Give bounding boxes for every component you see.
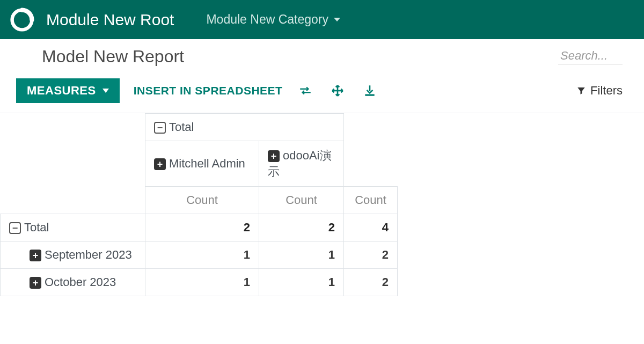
table-row: −Total 2 2 4 [1, 214, 398, 241]
count-header-0: Count [145, 187, 259, 214]
filters-label: Filters [590, 84, 623, 98]
cell-value[interactable]: 1 [145, 241, 259, 269]
plus-icon[interactable]: + [268, 150, 280, 162]
table-row: +September 2023 1 1 2 [1, 241, 398, 269]
pivot-body: −Total 2 2 4 +September 2023 1 1 2 +Octo… [1, 214, 398, 296]
pivot-blank [344, 141, 398, 187]
measures-label: MEASURES [27, 84, 96, 98]
col-header-total[interactable]: −Total [145, 114, 344, 141]
count-header-1: Count [259, 187, 344, 214]
pivot-blank [1, 187, 145, 214]
cell-value[interactable]: 2 [259, 214, 344, 241]
pivot-table-wrap: −Total +Mitchell Admin +odooAi演示 Count C… [0, 113, 644, 296]
cell-value[interactable]: 1 [259, 269, 344, 296]
caret-down-icon [103, 89, 109, 93]
header-row: Model New Report [0, 39, 644, 67]
plus-icon[interactable]: + [154, 158, 166, 170]
nav-menu-category[interactable]: Module New Category [206, 12, 340, 27]
caret-down-icon [334, 18, 340, 21]
minus-icon[interactable]: − [9, 222, 21, 234]
cell-value[interactable]: 1 [259, 241, 344, 269]
expand-all-icon[interactable] [331, 84, 345, 98]
pivot-table: −Total +Mitchell Admin +odooAi演示 Count C… [0, 113, 398, 296]
count-header-total: Count [344, 187, 398, 214]
measures-button[interactable]: MEASURES [16, 78, 120, 103]
search-wrap [558, 47, 623, 64]
row-label: Total [24, 221, 49, 234]
row-header-month[interactable]: +September 2023 [1, 241, 145, 269]
col-header-total-label: Total [169, 120, 194, 134]
page-title: Model New Report [42, 47, 184, 67]
pivot-blank [344, 114, 398, 141]
filters-button[interactable]: Filters [576, 84, 623, 98]
flip-axis-icon[interactable] [298, 84, 312, 98]
cell-value[interactable]: 2 [145, 214, 259, 241]
row-header-total[interactable]: −Total [1, 214, 145, 241]
cell-value[interactable]: 4 [344, 214, 398, 241]
toolbar-icon-group [298, 84, 377, 98]
toolbar: MEASURES INSERT IN SPREADSHEET Filters [0, 67, 644, 113]
cell-value[interactable]: 2 [344, 269, 398, 296]
pivot-blank [1, 141, 145, 187]
cell-value[interactable]: 2 [344, 241, 398, 269]
minus-icon[interactable]: − [154, 122, 166, 134]
plus-icon[interactable]: + [30, 277, 41, 289]
filter-icon [576, 86, 586, 96]
row-label: September 2023 [45, 248, 132, 261]
col-header-group-0[interactable]: +Mitchell Admin [145, 141, 259, 187]
nav-menu-label: Module New Category [206, 12, 328, 27]
row-header-month[interactable]: +October 2023 [1, 269, 145, 296]
col-header-group-0-label: Mitchell Admin [169, 157, 245, 170]
download-icon[interactable] [363, 84, 377, 98]
col-header-group-1[interactable]: +odooAi演示 [259, 141, 344, 187]
table-row: +October 2023 1 1 2 [1, 269, 398, 296]
svg-rect-1 [365, 94, 375, 96]
app-logo-icon[interactable] [10, 8, 34, 32]
row-label: October 2023 [45, 275, 116, 289]
insert-spreadsheet-button[interactable]: INSERT IN SPREADSHEET [134, 84, 283, 97]
cell-value[interactable]: 1 [145, 269, 259, 296]
pivot-corner-blank [1, 114, 145, 141]
top-navbar: Module New Root Module New Category [0, 0, 644, 39]
search-input[interactable] [558, 48, 623, 64]
app-title: Module New Root [46, 11, 174, 29]
plus-icon[interactable]: + [30, 250, 41, 261]
